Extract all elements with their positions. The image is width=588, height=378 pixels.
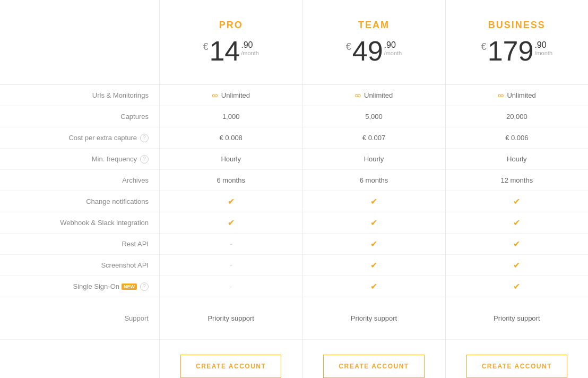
plan-name: BUSINESS [488, 20, 546, 31]
plan-support-row: Priority support [160, 297, 302, 340]
feature-row: Webhook & Slack integration [0, 212, 159, 234]
plan-value-row: 6 months [302, 170, 445, 191]
price-area: € 49 .90 /month [346, 37, 402, 65]
plan-value-row: ✔ [302, 234, 445, 255]
feature-label: Single Sign-On [73, 282, 119, 290]
new-badge: NEW [122, 284, 137, 290]
plan-value-row: ✔ [446, 234, 588, 255]
unlimited-text: Unlimited [364, 91, 393, 99]
plan-value-row: ✔ [446, 212, 588, 234]
price-cents: .90 [534, 40, 546, 50]
check-icon: ✔ [228, 218, 235, 228]
plan-cta-row: CREATE ACCOUNT [302, 340, 445, 378]
plan-value-row: - [160, 234, 302, 255]
feature-row: Rest API [0, 234, 159, 255]
price-period: /month [534, 50, 552, 56]
check-icon: ✔ [513, 239, 520, 249]
plan-value-row: ✔ [302, 255, 445, 276]
feature-row: Min. frequency? [0, 149, 159, 170]
price-period: /month [241, 50, 259, 56]
plan-value-text: 6 months [360, 176, 388, 184]
plan-value-text: 12 months [500, 176, 533, 184]
plan-value-row: ✔ [160, 191, 302, 212]
plan-value-row: Hourly [160, 149, 302, 170]
price-decimals: .90 /month [241, 40, 259, 56]
feature-row: Archives [0, 170, 159, 191]
tooltip-icon[interactable]: ? [140, 155, 149, 164]
plan-value-row: ✔ [302, 276, 445, 297]
plan-header-business: BUSINESS € 179 .90 /month [446, 0, 588, 85]
price-decimals: .90 /month [534, 40, 552, 56]
plan-value-text: € 0.007 [362, 134, 385, 142]
cta-empty-row [0, 340, 159, 378]
feature-label: Webhook & Slack integration [60, 219, 149, 227]
price-decimals: .90 /month [384, 40, 402, 56]
feature-label: Captures [120, 113, 149, 121]
support-text: Priority support [207, 314, 254, 322]
plan-value-text: 1,000 [222, 113, 240, 121]
plan-value-row: € 0.007 [302, 127, 445, 149]
check-icon: ✔ [513, 281, 520, 291]
price-currency: € [481, 41, 487, 53]
plan-value-text: Hourly [507, 155, 527, 163]
feature-row: Urls & Monitorings [0, 85, 159, 106]
plan-cta-row: CREATE ACCOUNT [160, 340, 302, 378]
plan-value-row: - [160, 255, 302, 276]
plan-value-row: ✔ [446, 276, 588, 297]
features-header [0, 0, 159, 85]
plan-value-row: ∞Unlimited [160, 85, 302, 106]
plan-value-rows: ∞Unlimited1,000€ 0.008Hourly6 months✔✔--… [160, 85, 302, 297]
plan-value-row: € 0.008 [160, 127, 302, 149]
price-main: 14 [209, 37, 240, 65]
check-icon: ✔ [370, 218, 377, 228]
dash-value: - [230, 282, 232, 290]
price-cents: .90 [384, 40, 396, 50]
plan-value-row: ✔ [446, 255, 588, 276]
check-icon: ✔ [370, 281, 377, 291]
plan-value-row: 20,000 [446, 106, 588, 127]
plan-value-row: Hourly [302, 149, 445, 170]
tooltip-icon[interactable]: ? [140, 134, 149, 142]
check-icon: ✔ [513, 218, 520, 228]
dash-value: - [230, 261, 232, 269]
feature-row: Captures [0, 106, 159, 127]
feature-label: Cost per extra capture [68, 134, 137, 142]
check-icon: ✔ [370, 196, 377, 207]
support-text: Priority support [494, 314, 540, 322]
pricing-table: Urls & MonitoringsCapturesCost per extra… [0, 0, 588, 378]
plan-value-text: 6 months [217, 176, 245, 184]
unlimited-text: Unlimited [507, 91, 535, 99]
create-account-button-team[interactable]: CREATE ACCOUNT [323, 355, 424, 378]
plan-value-row: ✔ [160, 212, 302, 234]
plan-value-row: 12 months [446, 170, 588, 191]
plan-value-text: Hourly [364, 155, 384, 163]
plan-value-text: 5,000 [365, 113, 383, 121]
check-icon: ✔ [370, 260, 377, 270]
plan-support-row: Priority support [302, 297, 445, 340]
dash-value: - [230, 240, 232, 248]
price-area: € 179 .90 /month [481, 37, 552, 65]
price-main: 49 [352, 37, 383, 65]
plan-value-row: ✔ [302, 191, 445, 212]
plan-value-rows: ∞Unlimited20,000€ 0.006Hourly12 months✔✔… [446, 85, 588, 297]
plan-value-row: 1,000 [160, 106, 302, 127]
check-icon: ✔ [228, 196, 235, 207]
plan-value-row: - [160, 276, 302, 297]
plan-value-text: € 0.006 [505, 134, 528, 142]
plan-header-team: TEAM € 49 .90 /month [302, 0, 445, 85]
tooltip-icon[interactable]: ? [140, 282, 149, 291]
support-label-row: Support [0, 297, 159, 340]
plan-col-business: BUSINESS € 179 .90 /month ∞Unlimited20,0… [445, 0, 588, 378]
price-currency: € [346, 41, 351, 53]
create-account-button-pro[interactable]: CREATE ACCOUNT [180, 355, 281, 378]
plan-name: TEAM [358, 20, 390, 31]
price-cents: .90 [241, 40, 253, 50]
create-account-button-business[interactable]: CREATE ACCOUNT [466, 355, 567, 378]
plan-value-rows: ∞Unlimited5,000€ 0.007Hourly6 months✔✔✔✔… [302, 85, 445, 297]
plan-value-row: ∞Unlimited [302, 85, 445, 106]
plan-header-pro: PRO € 14 .90 /month [160, 0, 302, 85]
price-area: € 14 .90 /month [203, 37, 259, 65]
feature-row: Screenshot API [0, 255, 159, 276]
feature-row: Single Sign-OnNEW? [0, 276, 159, 297]
plan-name: PRO [219, 20, 243, 31]
